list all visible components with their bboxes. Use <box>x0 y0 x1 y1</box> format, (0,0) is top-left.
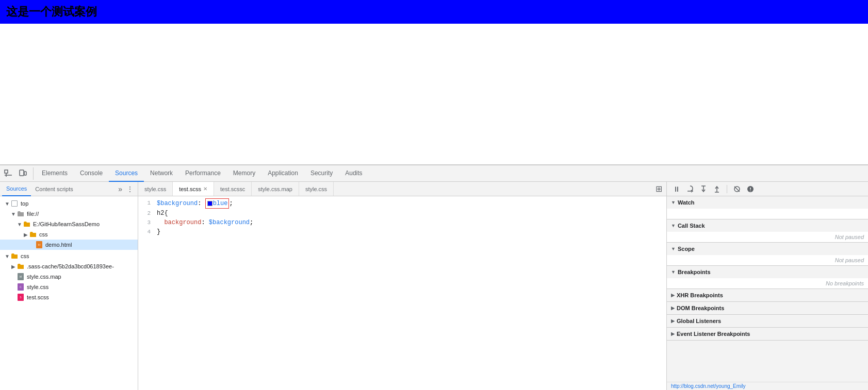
tree-label-learnsassdemo: E:/GitHub/learnSassDemo <box>33 221 100 227</box>
tree-arrow-sass-cache: ▶ <box>10 264 17 269</box>
code-tab-testscss[interactable]: test.scss ✕ <box>173 182 214 196</box>
code-line-1: 1 $background: blue; <box>138 198 666 209</box>
dbg-section-xhr: ▶ XHR Breakpoints <box>667 289 868 302</box>
tab-sources[interactable]: Sources <box>109 165 144 182</box>
code-line-4: 4 } <box>138 227 666 236</box>
tab-audits[interactable]: Audits <box>339 165 368 182</box>
tree-arrow-file: ▼ <box>10 211 17 217</box>
pause-on-exceptions-btn[interactable] <box>745 183 756 195</box>
tree-icon-testscss: S <box>17 294 25 301</box>
url-bar: http://blog.csdn.net/young_Emily <box>667 382 868 390</box>
expand-editor-icon[interactable]: ⊞ <box>651 184 666 194</box>
tree-item-stylecss[interactable]: C style.css <box>0 282 138 292</box>
line-content-3: background: $background; <box>155 218 666 227</box>
svg-rect-4 <box>24 172 26 175</box>
code-line-2: 2 h2{ <box>138 209 666 218</box>
tree-icon-stylemap: M <box>17 273 25 280</box>
code-editor[interactable]: 1 $background: blue; 2 h2{ 3 background:… <box>138 196 666 390</box>
tree-arrow-top: ▼ <box>4 201 10 207</box>
tree-item-testscss[interactable]: S test.scss <box>0 292 138 302</box>
dbg-watch-content <box>667 209 868 219</box>
dbg-section-xhr-header[interactable]: ▶ XHR Breakpoints <box>667 289 868 301</box>
dbg-callstack-arrow: ▼ <box>671 223 676 228</box>
ft-tab-sources[interactable]: Sources <box>2 182 31 196</box>
ft-tab-kebab-icon[interactable]: ⋮ <box>124 185 136 193</box>
dbg-section-global-header[interactable]: ▶ Global Listeners <box>667 315 868 327</box>
code-line-3: 3 background: $background; <box>138 218 666 227</box>
step-into-btn[interactable] <box>698 183 709 195</box>
dbg-section-event-header[interactable]: ▶ Event Listener Breakpoints <box>667 328 868 340</box>
tree-item-css-folder[interactable]: ▶ css <box>0 229 138 240</box>
line-content-1: $background: blue; <box>155 198 666 209</box>
dbg-breakpoints-label: Breakpoints <box>678 269 711 275</box>
tree-label-demo-html: demo.html <box>45 242 72 248</box>
tree-icon-top <box>10 200 19 207</box>
file-tree: ▼ top ▼ file:// ▼ <box>0 196 138 390</box>
line-content-2: h2{ <box>155 209 666 218</box>
dbg-section-watch: ▼ Watch <box>667 196 868 219</box>
device-toolbar-icon[interactable] <box>17 167 29 180</box>
dbg-dom-label: DOM Breakpoints <box>677 305 724 311</box>
code-tab-stylecss1[interactable]: style.css <box>138 182 173 196</box>
code-panel: style.css test.scss ✕ test.scssc style.c… <box>138 182 667 390</box>
line-num-3: 3 <box>138 218 155 227</box>
step-over-btn[interactable] <box>684 183 696 195</box>
dbg-section-scope-header[interactable]: ▼ Scope <box>667 243 868 255</box>
debugger-panel: ⏸ <box>667 182 868 390</box>
code-tab-testscssc[interactable]: test.scssc <box>214 182 252 196</box>
tab-performance[interactable]: Performance <box>179 165 227 182</box>
dbg-scope-not-paused: Not paused <box>667 255 868 265</box>
tree-label-top: top <box>21 200 28 207</box>
dbg-watch-label: Watch <box>678 199 695 206</box>
ft-tab-content-scripts[interactable]: Content scripts <box>31 182 77 196</box>
close-tab-testscss-icon[interactable]: ✕ <box>203 186 207 192</box>
tree-item-sass-cache[interactable]: ▶ .sass-cache/5b2da3bcd061893ee- <box>0 261 138 272</box>
line-content-4: } <box>155 227 666 236</box>
ft-tab-more-icon[interactable]: » <box>116 185 124 193</box>
tree-item-css-root[interactable]: ▼ css <box>0 251 138 261</box>
tree-item-top[interactable]: ▼ top <box>0 198 138 209</box>
svg-point-14 <box>750 190 751 191</box>
tree-arrow-css-folder: ▶ <box>23 232 29 238</box>
tree-icon-sass-cache <box>17 263 25 270</box>
tree-item-stylemap[interactable]: M style.css.map <box>0 272 138 282</box>
tree-label-sass-cache: .sass-cache/5b2da3bcd061893ee- <box>27 263 114 269</box>
svg-rect-3 <box>20 170 24 176</box>
file-tree-tabs: Sources Content scripts » ⋮ <box>0 182 138 196</box>
dbg-section-dom-header[interactable]: ▶ DOM Breakpoints <box>667 302 868 314</box>
tab-memory[interactable]: Memory <box>227 165 261 182</box>
debugger-sep-1 <box>727 185 727 193</box>
pause-btn[interactable]: ⏸ <box>671 183 682 195</box>
tab-application[interactable]: Application <box>261 165 304 182</box>
deactivate-breakpoints-btn[interactable] <box>731 183 743 195</box>
dbg-section-breakpoints-header[interactable]: ▼ Breakpoints <box>667 266 868 278</box>
dbg-callstack-content: Not paused <box>667 232 868 242</box>
dbg-scope-label: Scope <box>678 246 695 252</box>
devtools-toolbar: Elements Console Sources Network Perform… <box>0 165 868 182</box>
inspect-element-icon[interactable] <box>2 167 14 180</box>
tree-label-testscss: test.scss <box>27 294 49 300</box>
dbg-section-breakpoints: ▼ Breakpoints No breakpoints <box>667 266 868 289</box>
tree-item-file[interactable]: ▼ file:// <box>0 209 138 219</box>
dbg-scope-arrow: ▼ <box>671 246 676 251</box>
tab-elements[interactable]: Elements <box>36 165 74 182</box>
code-tab-stylecss2[interactable]: style.css <box>299 182 334 196</box>
tab-network[interactable]: Network <box>144 165 179 182</box>
dbg-section-event: ▶ Event Listener Breakpoints <box>667 328 868 341</box>
dbg-section-watch-header[interactable]: ▼ Watch <box>667 196 868 209</box>
tree-arrow-learnsassdemo: ▼ <box>17 222 23 227</box>
step-out-btn[interactable] <box>711 183 723 195</box>
browser-page: 这是一个测试案例 <box>0 0 868 165</box>
dbg-section-global: ▶ Global Listeners <box>667 315 868 328</box>
tree-label-css-folder: css <box>39 231 48 238</box>
dbg-breakpoints-content: No breakpoints <box>667 278 868 289</box>
color-swatch-blue[interactable] <box>207 201 212 206</box>
dbg-section-callstack-header[interactable]: ▼ Call Stack <box>667 219 868 232</box>
tree-item-learnsassdemo[interactable]: ▼ E:/GitHub/learnSassDemo <box>0 219 138 229</box>
tab-security[interactable]: Security <box>304 165 339 182</box>
tab-console[interactable]: Console <box>74 165 109 182</box>
dbg-xhr-arrow: ▶ <box>671 293 675 298</box>
dbg-no-breakpoints-text: No breakpoints <box>667 278 868 289</box>
code-tab-stylemap[interactable]: style.css.map <box>252 182 299 196</box>
tree-item-demo-html[interactable]: H demo.html <box>0 240 138 250</box>
